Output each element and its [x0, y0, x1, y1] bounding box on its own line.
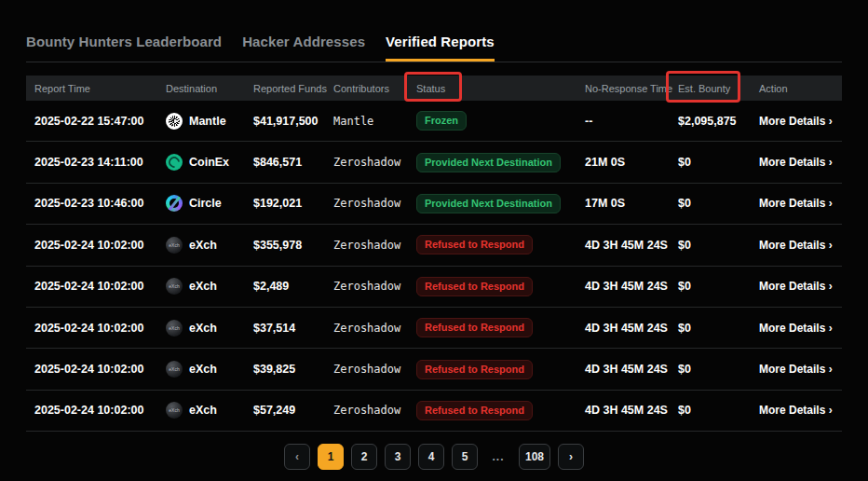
- page-button-108[interactable]: 108: [519, 444, 550, 470]
- status-cell: Refused to Respond: [416, 360, 585, 379]
- contributors: Zeroshadow: [333, 239, 416, 252]
- page-button-4[interactable]: 4: [418, 444, 444, 470]
- status-badge: Provided Next Destination: [416, 153, 561, 172]
- tab-verified-reports[interactable]: Verified Reports: [386, 34, 495, 62]
- no-response-time: 21M 0S: [585, 156, 678, 169]
- more-details-link[interactable]: More Details ›: [759, 322, 842, 335]
- destination-icon-label: eXch: [169, 407, 179, 413]
- destination-cell: eXch eXch: [166, 237, 253, 254]
- column-header-status: Status: [416, 83, 585, 94]
- column-header-destination: Destination: [166, 83, 253, 94]
- more-details-link[interactable]: More Details ›: [759, 363, 842, 376]
- more-details-link[interactable]: More Details ›: [759, 156, 842, 169]
- status-cell: Refused to Respond: [416, 318, 585, 337]
- no-response-time: 17M 0S: [585, 197, 678, 210]
- tab-bounty-hunters-leaderboard[interactable]: Bounty Hunters Leaderboard: [26, 34, 222, 62]
- mantle-icon: [166, 113, 183, 130]
- status-cell: Provided Next Destination: [416, 153, 585, 172]
- no-response-time: --: [585, 115, 678, 128]
- tab-hacker-addresses[interactable]: Hacker Addresses: [242, 34, 365, 62]
- destination-name: Mantle: [189, 115, 226, 128]
- page-button-3[interactable]: 3: [385, 444, 411, 470]
- tab-bar: Bounty Hunters LeaderboardHacker Address…: [26, 34, 842, 62]
- status-cell: Refused to Respond: [416, 401, 585, 420]
- pagination: ‹12345...108›: [26, 444, 842, 470]
- table-row: 2025-02-22 15:47:00 Mantle $41,917,500 M…: [26, 101, 842, 142]
- no-response-time: 4D 3H 45M 24S: [585, 404, 678, 417]
- more-details-link[interactable]: More Details ›: [759, 239, 842, 252]
- destination-cell: CoinEx: [166, 154, 253, 171]
- reported-funds: $41,917,500: [253, 115, 333, 128]
- status-cell: Provided Next Destination: [416, 194, 585, 213]
- exch-icon: eXch: [166, 278, 183, 295]
- more-details-link[interactable]: More Details ›: [759, 197, 842, 210]
- page-button-2[interactable]: 2: [351, 444, 377, 470]
- destination-name: eXch: [189, 363, 217, 376]
- reported-funds: $355,978: [253, 239, 333, 252]
- report-time: 2025-02-24 10:02:00: [34, 404, 166, 417]
- table-row: 2025-02-24 10:02:00 eXch eXch $57,249 Ze…: [26, 391, 842, 432]
- contributors: Zeroshadow: [333, 363, 416, 376]
- circle-icon: [166, 195, 183, 212]
- report-time: 2025-02-23 10:46:00: [34, 197, 166, 210]
- destination-cell: eXch eXch: [166, 320, 253, 337]
- contributors: Mantle: [333, 115, 416, 128]
- pagination-ellipsis: ...: [485, 444, 511, 470]
- column-header-contributors: Contributors: [333, 83, 416, 94]
- contributors: Zeroshadow: [333, 404, 416, 417]
- report-time: 2025-02-23 14:11:00: [34, 156, 166, 169]
- status-cell: Frozen: [416, 111, 585, 131]
- table-row: 2025-02-23 14:11:00 CoinEx $846,571 Zero…: [26, 142, 842, 183]
- exch-icon: eXch: [166, 320, 183, 337]
- coinex-icon: [166, 154, 183, 171]
- page-button-1[interactable]: 1: [318, 444, 344, 470]
- report-time: 2025-02-22 15:47:00: [34, 115, 166, 128]
- column-header-action: Action: [759, 83, 842, 94]
- no-response-time: 4D 3H 45M 24S: [585, 280, 678, 293]
- reported-funds: $39,825: [253, 363, 333, 376]
- status-cell: Refused to Respond: [416, 235, 585, 254]
- status-cell: Refused to Respond: [416, 277, 585, 296]
- est-bounty: $0: [678, 322, 759, 335]
- previous-page-button[interactable]: ‹: [284, 444, 310, 470]
- destination-name: CoinEx: [189, 156, 229, 169]
- status-badge: Refused to Respond: [416, 360, 533, 379]
- status-badge: Refused to Respond: [416, 277, 533, 296]
- page-button-5[interactable]: 5: [452, 444, 478, 470]
- destination-icon-label: eXch: [169, 283, 179, 289]
- table-header-row: Report TimeDestinationReported FundsCont…: [26, 76, 842, 101]
- table-row: 2025-02-24 10:02:00 eXch eXch $37,514 Ze…: [26, 308, 842, 349]
- more-details-link[interactable]: More Details ›: [759, 404, 842, 417]
- report-time: 2025-02-24 10:02:00: [34, 322, 166, 335]
- destination-name: eXch: [189, 239, 217, 252]
- report-time: 2025-02-24 10:02:00: [34, 239, 166, 252]
- table-row: 2025-02-24 10:02:00 eXch eXch $39,825 Ze…: [26, 349, 842, 390]
- est-bounty: $0: [678, 363, 759, 376]
- destination-cell: Mantle: [166, 113, 253, 130]
- reported-funds: $57,249: [253, 404, 333, 417]
- more-details-link[interactable]: More Details ›: [759, 115, 842, 128]
- more-details-link[interactable]: More Details ›: [759, 280, 842, 293]
- table-row: 2025-02-24 10:02:00 eXch eXch $2,489 Zer…: [26, 267, 842, 308]
- exch-icon: eXch: [166, 402, 183, 419]
- report-time: 2025-02-24 10:02:00: [34, 363, 166, 376]
- table-row: 2025-02-23 10:46:00 Circle $192,021 Zero…: [26, 184, 842, 225]
- destination-cell: Circle: [166, 195, 253, 212]
- est-bounty: $0: [678, 404, 759, 417]
- table-row: 2025-02-24 10:02:00 eXch eXch $355,978 Z…: [26, 225, 842, 266]
- est-bounty: $0: [678, 280, 759, 293]
- column-header-reported-funds: Reported Funds: [253, 83, 333, 94]
- exch-icon: eXch: [166, 361, 183, 378]
- contributors: Zeroshadow: [333, 280, 416, 293]
- destination-name: eXch: [189, 404, 217, 417]
- exch-icon: eXch: [166, 237, 183, 254]
- destination-name: Circle: [189, 197, 222, 210]
- destination-name: eXch: [189, 322, 217, 335]
- no-response-time: 4D 3H 45M 24S: [585, 363, 678, 376]
- destination-icon-label: eXch: [169, 366, 179, 372]
- reported-funds: $37,514: [253, 322, 333, 335]
- next-page-button[interactable]: ›: [558, 444, 584, 470]
- status-badge: Provided Next Destination: [416, 194, 561, 213]
- reported-funds: $2,489: [253, 280, 333, 293]
- status-badge: Refused to Respond: [416, 235, 533, 254]
